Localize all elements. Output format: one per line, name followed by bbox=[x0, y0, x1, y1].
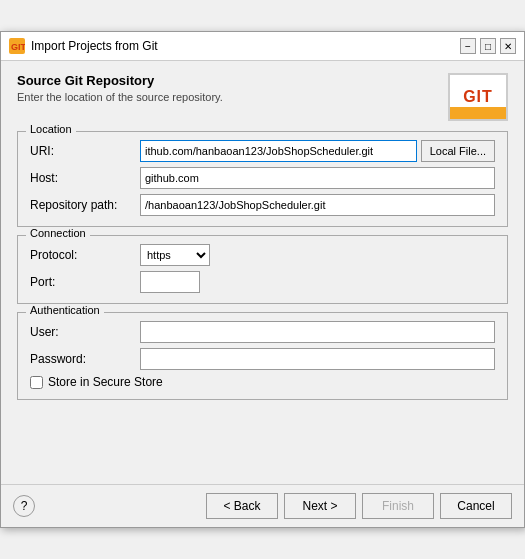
titlebar: GIT Import Projects from Git − □ ✕ bbox=[1, 32, 524, 61]
back-button[interactable]: < Back bbox=[206, 493, 278, 519]
maximize-button[interactable]: □ bbox=[480, 38, 496, 54]
footer: ? < Back Next > Finish Cancel bbox=[1, 484, 524, 527]
host-label: Host: bbox=[30, 171, 140, 185]
repo-path-row: Repository path: bbox=[30, 194, 495, 216]
repo-path-label: Repository path: bbox=[30, 198, 140, 212]
window-controls: − □ ✕ bbox=[460, 38, 516, 54]
user-label: User: bbox=[30, 325, 140, 339]
page-subtitle: Enter the location of the source reposit… bbox=[17, 91, 223, 103]
secure-store-checkbox[interactable] bbox=[30, 376, 43, 389]
minimize-button[interactable]: − bbox=[460, 38, 476, 54]
cancel-button[interactable]: Cancel bbox=[440, 493, 512, 519]
uri-input[interactable] bbox=[140, 140, 417, 162]
protocol-label: Protocol: bbox=[30, 248, 140, 262]
host-input[interactable] bbox=[140, 167, 495, 189]
uri-row: URI: Local File... bbox=[30, 140, 495, 162]
local-file-button[interactable]: Local File... bbox=[421, 140, 495, 162]
spacer-area bbox=[17, 408, 508, 468]
page-header: Source Git Repository Enter the location… bbox=[17, 73, 508, 121]
window-title: Import Projects from Git bbox=[31, 39, 454, 53]
finish-button[interactable]: Finish bbox=[362, 493, 434, 519]
repo-path-input[interactable] bbox=[140, 194, 495, 216]
close-button[interactable]: ✕ bbox=[500, 38, 516, 54]
authentication-group: Authentication User: Password: Store in … bbox=[17, 312, 508, 400]
connection-group: Connection Protocol: https http ssh git … bbox=[17, 235, 508, 304]
password-input[interactable] bbox=[140, 348, 495, 370]
page-title: Source Git Repository bbox=[17, 73, 223, 88]
location-group-label: Location bbox=[26, 123, 76, 135]
next-button[interactable]: Next > bbox=[284, 493, 356, 519]
location-group: Location URI: Local File... Host: Reposi… bbox=[17, 131, 508, 227]
port-label: Port: bbox=[30, 275, 140, 289]
port-input[interactable] bbox=[140, 271, 200, 293]
protocol-select[interactable]: https http ssh git bbox=[140, 244, 210, 266]
svg-text:GIT: GIT bbox=[11, 42, 25, 52]
secure-store-label: Store in Secure Store bbox=[48, 375, 163, 389]
help-button[interactable]: ? bbox=[13, 495, 35, 517]
auth-group-label: Authentication bbox=[26, 304, 104, 316]
main-window: GIT Import Projects from Git − □ ✕ Sourc… bbox=[0, 31, 525, 528]
port-row: Port: bbox=[30, 271, 495, 293]
window-icon: GIT bbox=[9, 38, 25, 54]
git-logo: GIT bbox=[448, 73, 508, 121]
secure-store-row: Store in Secure Store bbox=[30, 375, 495, 389]
user-input[interactable] bbox=[140, 321, 495, 343]
uri-label: URI: bbox=[30, 144, 140, 158]
user-row: User: bbox=[30, 321, 495, 343]
host-row: Host: bbox=[30, 167, 495, 189]
connection-group-label: Connection bbox=[26, 227, 90, 239]
password-row: Password: bbox=[30, 348, 495, 370]
protocol-row: Protocol: https http ssh git bbox=[30, 244, 495, 266]
content-area: Source Git Repository Enter the location… bbox=[1, 61, 524, 476]
password-label: Password: bbox=[30, 352, 140, 366]
